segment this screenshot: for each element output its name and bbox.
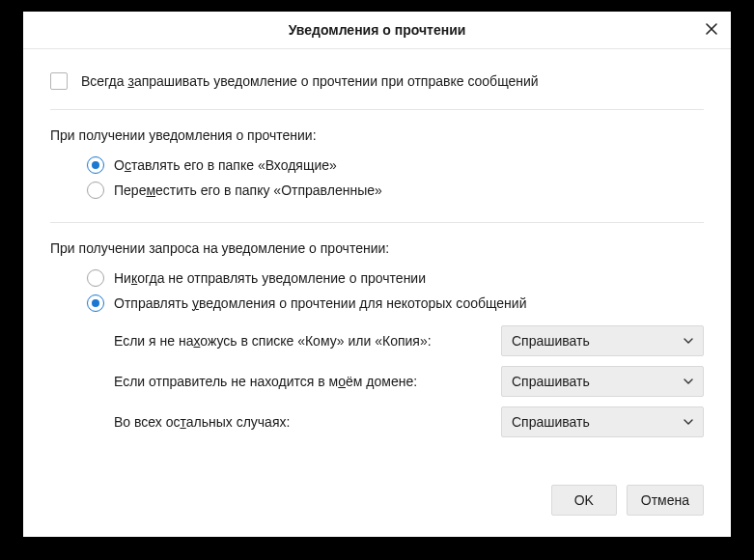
not-my-domain-select[interactable]: Спрашивать [501, 366, 704, 397]
always-request-row[interactable]: Всегда запрашивать уведомление о прочтен… [50, 72, 704, 90]
divider [50, 109, 704, 110]
dialog-body: Всегда запрашивать уведомление о прочтен… [23, 49, 731, 485]
send-some-radio[interactable] [87, 294, 104, 312]
cancel-button[interactable]: Отмена [627, 485, 704, 516]
close-icon [706, 22, 717, 38]
never-send-row[interactable]: Никогда не отправлять уведомление о проч… [87, 266, 704, 291]
close-button[interactable] [702, 20, 721, 40]
move-to-sent-radio[interactable] [87, 182, 104, 199]
never-send-label: Никогда не отправлять уведомление о проч… [114, 270, 426, 286]
move-to-sent-label: Переместить его в папку «Отправленные» [114, 182, 382, 198]
select-value: Спрашивать [512, 333, 684, 349]
chevron-down-icon [684, 374, 693, 389]
all-other-cases-row: Во всех остальных случаях: Спрашивать [114, 406, 704, 437]
always-request-checkbox[interactable] [50, 72, 68, 90]
always-request-label: Всегда запрашивать уведомление о прочтен… [81, 73, 539, 89]
not-in-to-cc-row: Если я не нахожусь в списке «Кому» или «… [114, 325, 704, 356]
not-in-to-cc-label: Если я не нахожусь в списке «Кому» или «… [114, 333, 432, 349]
all-other-cases-select[interactable]: Спрашивать [501, 406, 704, 437]
select-value: Спрашивать [512, 414, 684, 430]
all-other-cases-label: Во всех остальных случаях: [114, 414, 290, 430]
conditions-group: Если я не нахожусь в списке «Кому» или «… [114, 325, 704, 437]
never-send-radio[interactable] [87, 269, 104, 287]
ok-button[interactable]: OK [551, 485, 617, 516]
move-to-sent-row[interactable]: Переместить его в папку «Отправленные» [87, 178, 704, 203]
titlebar: Уведомления о прочтении [23, 12, 731, 49]
dialog-footer: OK Отмена [23, 485, 731, 537]
dialog-title: Уведомления о прочтении [289, 22, 466, 38]
on-receipt-received-label: При получении уведомления о прочтении: [50, 127, 704, 143]
not-my-domain-row: Если отправитель не находится в моём дом… [114, 366, 704, 397]
read-receipts-dialog: Уведомления о прочтении Всегда запрашива… [23, 12, 731, 537]
on-request-received-label: При получении запроса на уведомление о п… [50, 240, 704, 256]
not-in-to-cc-select[interactable]: Спрашивать [501, 325, 704, 356]
send-some-row[interactable]: Отправлять уведомления о прочтении для н… [87, 291, 704, 316]
send-some-label: Отправлять уведомления о прочтении для н… [114, 295, 527, 311]
chevron-down-icon [684, 333, 693, 349]
keep-in-inbox-row[interactable]: Оставлять его в папке «Входящие» [87, 153, 704, 178]
divider [50, 222, 704, 223]
not-my-domain-label: Если отправитель не находится в моём дом… [114, 374, 417, 389]
keep-in-inbox-radio[interactable] [87, 156, 104, 174]
select-value: Спрашивать [512, 374, 684, 389]
chevron-down-icon [684, 414, 693, 430]
keep-in-inbox-label: Оставлять его в папке «Входящие» [114, 157, 337, 173]
